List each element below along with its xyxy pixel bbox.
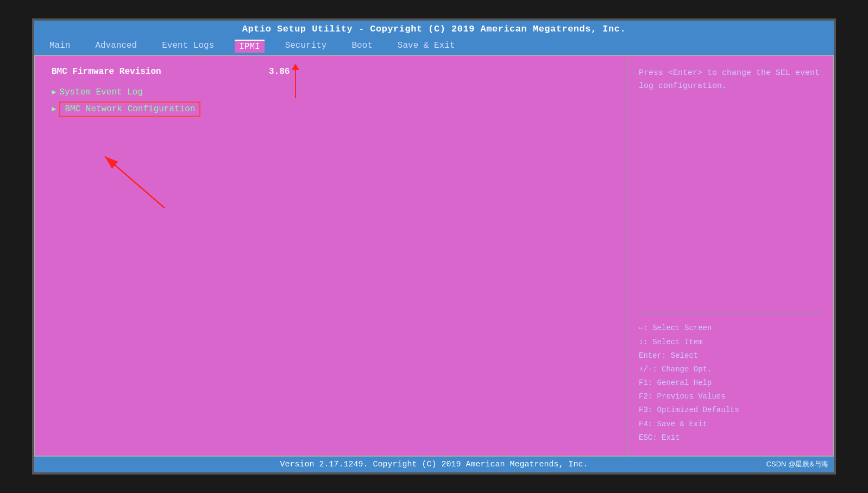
title-bar: Aptio Setup Utility - Copyright (C) 2019…	[34, 21, 834, 37]
menu-advanced[interactable]: Advanced	[91, 40, 141, 53]
system-event-log-entry[interactable]: ► System Event Log	[52, 87, 611, 97]
bottom-text: Version 2.17.1249. Copyright (C) 2019 Am…	[280, 460, 588, 469]
shortcut-f3: F3: Optimized Defaults	[639, 403, 822, 417]
shortcut-f2: F2: Previous Values	[639, 390, 822, 403]
svg-line-1	[105, 156, 165, 208]
firmware-label: BMC Firmware Revision	[52, 67, 225, 77]
menu-main[interactable]: Main	[45, 40, 74, 53]
shortcut-change-opt: +/-: Change Opt.	[639, 363, 822, 376]
shortcut-esc: ESC: Exit	[639, 431, 822, 445]
shortcut-enter-select: Enter: Select	[639, 349, 822, 363]
annotation-diag-arrow	[83, 146, 181, 219]
annotation-vertical-line	[295, 67, 296, 98]
bmc-network-config-label: BMC Network Configuration	[59, 102, 200, 117]
watermark: CSDN @星辰&与海	[766, 459, 828, 469]
bios-screen: Aptio Setup Utility - Copyright (C) 2019…	[32, 18, 836, 475]
entry-arrow-icon-sel: ►	[52, 88, 56, 97]
annotation-arrowhead	[292, 64, 299, 70]
bmc-network-config-entry[interactable]: ► BMC Network Configuration	[52, 102, 611, 117]
help-divider	[639, 312, 822, 313]
shortcut-f1: F1: General Help	[639, 376, 822, 390]
shortcuts-block: ↔: Select Screen ↕: Select Item Enter: S…	[639, 321, 822, 445]
menu-save-exit[interactable]: Save & Exit	[393, 40, 460, 53]
menu-boot[interactable]: Boot	[347, 40, 376, 53]
firmware-row: BMC Firmware Revision 3.86	[52, 67, 611, 77]
menu-event-logs[interactable]: Event Logs	[158, 40, 218, 53]
entry-arrow-icon-bmc: ►	[52, 105, 56, 113]
annotation-arrow-svg	[83, 146, 181, 216]
shortcut-select-item: ↕: Select Item	[639, 336, 822, 349]
help-panel: Press <Enter> to change the SEL event lo…	[627, 55, 834, 457]
menu-ipmi[interactable]: IPMI	[235, 40, 264, 53]
title-text: Aptio Setup Utility - Copyright (C) 2019…	[242, 24, 626, 34]
main-panel: BMC Firmware Revision 3.86 ► System Even…	[34, 55, 627, 457]
shortcut-select-screen: ↔: Select Screen	[639, 321, 822, 335]
content-area: BMC Firmware Revision 3.86 ► System Even…	[34, 55, 834, 457]
firmware-value: 3.86	[269, 67, 290, 77]
menu-security[interactable]: Security	[281, 40, 331, 53]
system-event-log-label: System Event Log	[59, 87, 143, 97]
bottom-bar: Version 2.17.1249. Copyright (C) 2019 Am…	[34, 457, 834, 472]
shortcut-f4: F4: Save & Exit	[639, 418, 822, 431]
help-description: Press <Enter> to change the SEL event lo…	[639, 67, 822, 304]
menu-bar: Main Advanced Event Logs IPMI Security B…	[34, 37, 834, 55]
